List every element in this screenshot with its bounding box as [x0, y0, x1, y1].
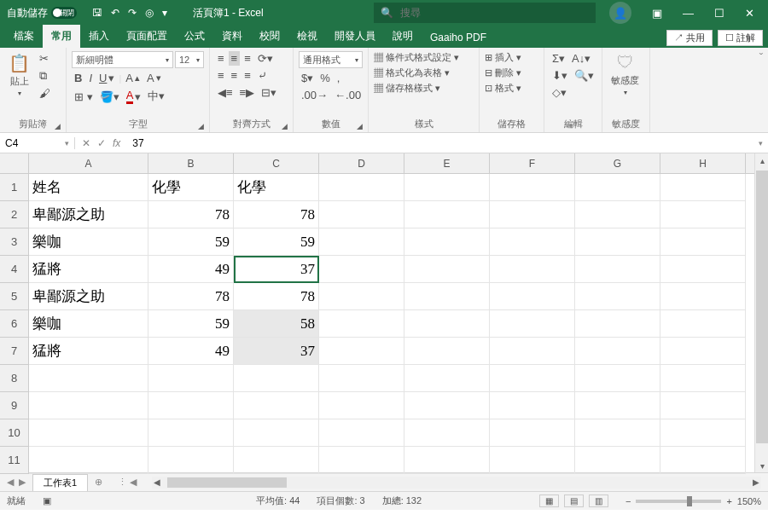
cell[interactable]: 樂咖	[29, 310, 148, 338]
phonetic-button[interactable]: 中▾	[145, 88, 167, 105]
redo-icon[interactable]: ↷	[128, 7, 137, 19]
align-center-icon[interactable]: ≡	[229, 68, 241, 83]
cell[interactable]	[490, 174, 575, 201]
save-icon[interactable]: 🖫	[92, 7, 102, 19]
cell[interactable]	[490, 338, 575, 365]
cell[interactable]	[490, 447, 575, 474]
cell[interactable]: 49	[148, 256, 234, 283]
cell[interactable]: 78	[148, 283, 234, 310]
comma-button[interactable]: ,	[335, 71, 343, 85]
underline-button[interactable]: U ▾	[96, 71, 117, 85]
format-painter-icon[interactable]: 🖌	[37, 86, 53, 101]
cell[interactable]	[234, 447, 319, 474]
cell[interactable]	[319, 228, 404, 256]
cell[interactable]	[490, 256, 575, 283]
align-bottom-icon[interactable]: ≡	[241, 51, 253, 66]
col-header[interactable]: G	[575, 153, 660, 173]
tab-developer[interactable]: 開發人員	[326, 25, 384, 48]
align-launcher-icon[interactable]: ◢	[282, 122, 288, 130]
cell[interactable]: 37	[234, 256, 319, 283]
view-normal-icon[interactable]: ▦	[539, 494, 559, 507]
decrease-decimal-icon[interactable]: ←.00	[332, 88, 364, 102]
cell[interactable]: 猛將	[29, 256, 148, 283]
autosum-button[interactable]: Σ▾	[550, 51, 567, 66]
scroll-right-icon[interactable]: ▶	[753, 477, 759, 487]
scroll-left-icon[interactable]: ◀	[154, 477, 160, 487]
cell[interactable]	[490, 365, 575, 392]
sheet-nav-next-icon[interactable]: ▶	[19, 477, 26, 488]
tab-gaaiho-pdf[interactable]: Gaaiho PDF	[422, 27, 495, 48]
share-button[interactable]: ↗ 共用	[666, 30, 713, 46]
row-header[interactable]: 10	[0, 419, 28, 447]
cell[interactable]	[660, 392, 746, 419]
tab-help[interactable]: 說明	[384, 25, 422, 48]
cell[interactable]: 化學	[234, 174, 319, 201]
decrease-font-icon[interactable]: A▾	[144, 71, 164, 85]
cell[interactable]	[404, 365, 490, 392]
percent-button[interactable]: %	[317, 71, 333, 85]
cell[interactable]	[575, 419, 660, 447]
align-middle-icon[interactable]: ≡	[229, 51, 241, 66]
tab-insert[interactable]: 插入	[80, 25, 118, 48]
cell[interactable]	[575, 447, 660, 474]
cell[interactable]: 37	[234, 338, 319, 365]
zoom-out-icon[interactable]: −	[625, 496, 631, 506]
decrease-indent-icon[interactable]: ◀≡	[215, 85, 236, 100]
cell[interactable]: 姓名	[29, 174, 148, 201]
cell[interactable]	[575, 283, 660, 310]
row-header[interactable]: 2	[0, 201, 28, 228]
cell[interactable]	[490, 201, 575, 228]
format-as-table-button[interactable]: ▦ 格式化為表格 ▾	[374, 66, 459, 79]
row-header[interactable]: 5	[0, 283, 28, 310]
cell[interactable]	[234, 392, 319, 419]
row-header[interactable]: 9	[0, 392, 28, 419]
cell[interactable]	[319, 419, 404, 447]
merge-button[interactable]: ⊟▾	[259, 85, 279, 100]
cell[interactable]	[575, 201, 660, 228]
italic-button[interactable]: I	[86, 71, 95, 85]
zoom-in-icon[interactable]: +	[726, 496, 731, 506]
vertical-scrollbar[interactable]: ▴ ▾	[754, 153, 768, 472]
cut-icon[interactable]: ✂	[37, 51, 53, 66]
view-layout-icon[interactable]: ▤	[564, 494, 584, 507]
cell[interactable]	[660, 310, 746, 338]
bold-button[interactable]: B	[72, 71, 84, 85]
zoom-slider[interactable]	[636, 500, 721, 503]
cell[interactable]	[575, 310, 660, 338]
camera-icon[interactable]: ◎	[145, 7, 154, 19]
tab-layout[interactable]: 頁面配置	[118, 25, 176, 48]
scroll-down-icon[interactable]: ▾	[755, 459, 768, 472]
collapse-ribbon-icon[interactable]: ˇ	[754, 48, 768, 132]
cell[interactable]: 58	[234, 310, 319, 338]
cell[interactable]: 59	[234, 228, 319, 256]
cell[interactable]	[148, 365, 234, 392]
cell[interactable]	[404, 338, 490, 365]
cell[interactable]	[404, 283, 490, 310]
cell[interactable]: 59	[148, 228, 234, 256]
insert-cells-button[interactable]: ⊞ 插入 ▾	[485, 51, 521, 64]
sheet-nav-prev-icon[interactable]: ◀	[7, 477, 14, 488]
increase-font-icon[interactable]: A▴	[123, 71, 143, 85]
cell[interactable]	[319, 174, 404, 201]
wrap-text-icon[interactable]: ⤶	[255, 68, 270, 83]
col-header[interactable]: D	[319, 153, 404, 173]
row-header[interactable]: 7	[0, 338, 28, 365]
undo-icon[interactable]: ↶	[111, 7, 119, 19]
cell[interactable]	[319, 338, 404, 365]
cell[interactable]: 78	[234, 201, 319, 228]
expand-formula-icon[interactable]: ▾	[753, 139, 768, 147]
tab-data[interactable]: 資料	[213, 25, 251, 48]
cell[interactable]	[575, 365, 660, 392]
cell[interactable]: 樂咖	[29, 228, 148, 256]
orientation-icon[interactable]: ⟳▾	[255, 51, 276, 66]
cell[interactable]	[319, 310, 404, 338]
number-format-combo[interactable]: 通用格式▾	[299, 51, 363, 68]
font-color-button[interactable]: A▾	[124, 88, 144, 105]
select-all-corner[interactable]	[0, 153, 29, 174]
tab-view[interactable]: 檢視	[288, 25, 326, 48]
col-header[interactable]: F	[490, 153, 575, 173]
cell[interactable]	[319, 256, 404, 283]
cell[interactable]	[319, 283, 404, 310]
sort-filter-button[interactable]: A↓▾	[569, 51, 593, 66]
row-header[interactable]: 4	[0, 256, 28, 283]
